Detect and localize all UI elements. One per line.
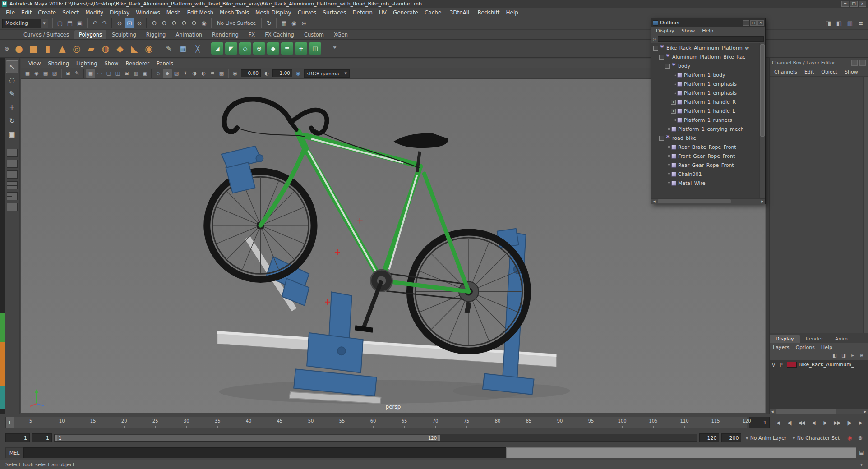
safe-action-icon[interactable]: ▥ [131,69,140,78]
shelf-tab-fx-caching[interactable]: FX Caching [260,30,299,39]
layer-visible-toggle[interactable]: V [770,362,777,368]
poly-cylinder-icon[interactable]: ▮ [41,41,55,56]
outliner-item-rear-gear-rope-front[interactable]: Rear_Gear_Rope_Front [651,161,759,170]
select-by-component-icon[interactable]: ⊙ [134,18,144,28]
layer-tab-anim[interactable]: Anim [829,335,854,343]
shelf-menu-icon[interactable]: ⊛ [2,41,12,56]
snap-to-projected-center-icon[interactable]: Ω [179,18,189,28]
outliner-titlebar[interactable]: Outliner ─□× [651,18,765,27]
expand-icon[interactable]: + [671,100,676,105]
outliner-close-button[interactable]: × [757,20,764,26]
road-bike-crankset[interactable] [355,270,392,332]
outliner-item-platform-1-handle-r[interactable]: +Platform_1_handle_R [651,97,759,106]
shelf-tab-sculpting[interactable]: Sculpting [107,30,141,39]
panel-menu-show[interactable]: Show [101,60,122,67]
shelf-tab-animation[interactable]: Animation [171,30,207,39]
new-scene-icon[interactable]: ▢ [55,18,65,28]
pencil-curve-icon[interactable]: ✎ [162,41,176,56]
step-back-key-button[interactable]: ◀◀ [796,420,806,426]
toggle-tool-settings-icon[interactable]: ◧ [834,18,844,28]
outliner-horizontal-scrollbar[interactable]: ◀ ▶ [651,198,765,204]
select-tool[interactable]: ↖ [6,60,18,73]
panel-menu-panels[interactable]: Panels [153,60,177,67]
exposure-icon[interactable]: ◉ [231,69,240,78]
outliner-item-platform-1-carrying-mech[interactable]: Platform_1_carrying_mech [651,124,759,133]
shelf-tab-fx[interactable]: FX [244,30,260,39]
select-by-object-icon[interactable]: ⊡ [125,18,134,28]
layer-editor-tab-icon[interactable] [859,60,866,66]
layer-list-scrollbar[interactable]: ◀ ▶ [770,409,868,414]
gate-mask-icon[interactable]: ◫ [113,69,122,78]
menu-cache[interactable]: Cache [421,8,444,17]
poly-plane-icon[interactable]: ▰ [84,41,98,56]
render-settings-icon[interactable]: ⊛ [299,18,309,28]
channelbox-menu-object[interactable]: Object [817,68,841,76]
animation-preferences-icon[interactable]: ⊛ [856,434,864,442]
shelf-tab-rigging[interactable]: Rigging [142,30,171,39]
scroll-right-icon[interactable]: ▶ [863,410,868,414]
screen-space-ao-icon[interactable]: ◐ [199,69,208,78]
make-live-icon[interactable]: ◉ [199,18,209,28]
bridge-icon[interactable]: ≡ [281,42,293,55]
animation-start-field[interactable]: 1 [5,433,30,442]
current-time-field[interactable]: 1 [749,417,770,428]
outliner-minimize-button[interactable]: ─ [743,20,749,26]
extrude-icon[interactable]: ⊕ [253,42,265,55]
menu-mesh-display[interactable]: Mesh Display [252,8,295,17]
image-plane-icon[interactable]: ▧ [50,69,59,78]
range-start-handle[interactable] [55,435,57,441]
save-scene-icon[interactable]: ▣ [75,18,85,28]
shelf-tab-curves-surfaces[interactable]: Curves / Surfaces [19,30,74,39]
shelf-tab-xgen[interactable]: XGen [329,30,352,39]
poly-helix-icon[interactable]: ◉ [142,41,156,56]
two-pane-side-layout[interactable] [7,170,18,179]
layer-menu-options[interactable]: Options [792,343,817,352]
menu-curves[interactable]: Curves [295,8,320,17]
time-slider[interactable]: 1 51015202530354045505560657075808590951… [5,417,747,428]
grease-pencil-icon[interactable]: ✎ [73,69,82,78]
three-pane-layout[interactable] [7,192,18,200]
workspace-icon[interactable]: ≡ [856,18,866,28]
play-forwards-button[interactable]: ▶ [820,420,830,426]
layer-playback-toggle[interactable]: P [777,362,785,368]
view-transform-select[interactable]: sRGB gamma▼ [304,69,350,78]
panel-menu-shading[interactable]: Shading [44,60,73,67]
snap-to-grid-icon[interactable]: Ω [149,18,159,28]
gamma-icon[interactable]: ◐ [262,69,271,78]
construction-history-icon[interactable]: ↻ [264,18,274,28]
outliner-item-platform-1-runners[interactable]: Platform_1_runners [651,115,759,124]
camera-bookmarks-icon[interactable]: ▤ [41,69,50,78]
shelf-tab-rendering[interactable]: Rendering [208,30,243,39]
textured-icon[interactable]: ▨ [172,69,181,78]
poly-disc-icon[interactable]: ◍ [98,41,113,56]
outliner-item-chain001[interactable]: Chain001 [651,170,759,179]
panel-menu-renderer[interactable]: Renderer [122,60,153,67]
outliner-menu-help[interactable]: Help [698,28,717,34]
go-to-end-button[interactable]: ▶| [856,420,866,426]
poly-cone-icon[interactable]: ▲ [55,41,69,56]
mirror-icon[interactable]: ◫ [309,42,321,55]
filter-icon[interactable]: ◎ [653,37,656,41]
snap-to-point-icon[interactable]: Ω [169,18,179,28]
outliner-item-road-bike[interactable]: −*road_bike [651,133,759,143]
render-icon[interactable]: ▦ [279,18,289,28]
bevel-icon[interactable]: ◆ [267,42,279,55]
poly-torus-icon[interactable]: ◎ [69,41,84,56]
outliner-menu-display[interactable]: Display [652,28,678,34]
color-management-icon[interactable]: ◉ [294,69,303,78]
menu-3dtoall[interactable]: -3DtoAll- [444,8,474,17]
shelf-tab-polygons[interactable]: Polygons [74,30,106,39]
menu-help[interactable]: Help [503,8,521,17]
outliner-item-platform-1-emphasis[interactable]: Platform_1_emphasis_ [651,79,759,88]
outliner-search-input[interactable] [658,36,764,42]
outliner-item-aluminum-platform-bike-rac[interactable]: −*Aluminum_Platform_Bike_Rac [651,52,759,61]
new-layer-from-selected-icon[interactable]: ⊕ [858,353,865,359]
menu-modify[interactable]: Modify [82,8,106,17]
layer-tab-render[interactable]: Render [800,335,829,343]
sculpt-icon[interactable]: * [328,41,342,56]
smooth-shade-icon[interactable]: ◆ [163,69,172,78]
minimize-button[interactable]: ─ [841,1,849,7]
toggle-attribute-editor-icon[interactable]: ◨ [823,18,833,28]
menu-edit-mesh[interactable]: Edit Mesh [184,8,217,17]
open-scene-icon[interactable]: ▤ [65,18,75,28]
